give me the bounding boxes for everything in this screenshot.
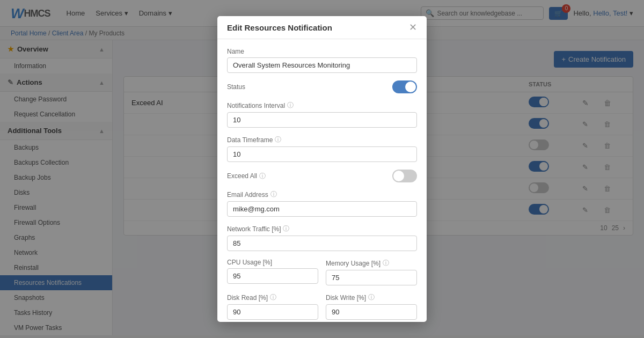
data-timeframe-input[interactable] — [227, 146, 417, 162]
form-group-name: Name — [227, 48, 417, 73]
help-icon-disk-read[interactable]: ⓘ — [270, 293, 276, 302]
email-label: Email Address ⓘ — [227, 190, 417, 199]
network-traffic-input[interactable] — [227, 236, 417, 251]
memory-input[interactable] — [326, 270, 417, 285]
notifications-interval-label: Notifications Interval ⓘ — [227, 101, 417, 110]
form-group-data-timeframe: Data Timeframe ⓘ — [227, 135, 417, 162]
disk-read-label: Disk Read [%] ⓘ — [227, 293, 318, 302]
modal-body: Name Status Notifications Interval ⓘ — [217, 39, 427, 322]
help-icon-disk-write[interactable]: ⓘ — [368, 293, 375, 302]
modal: Edit Resources Notification ✕ Name Statu… — [217, 16, 427, 322]
network-traffic-label: Network Traffic [%] ⓘ — [227, 224, 417, 233]
form-row-cpu-memory: CPU Usage [%] Memory Usage [%] ⓘ — [227, 259, 417, 285]
help-icon-interval[interactable]: ⓘ — [287, 101, 294, 110]
form-group-disk-read: Disk Read [%] ⓘ — [227, 293, 318, 320]
help-icon-memory[interactable]: ⓘ — [383, 259, 389, 268]
modal-overlay[interactable]: Edit Resources Notification ✕ Name Statu… — [0, 0, 644, 338]
status-label: Status — [227, 83, 245, 91]
name-input[interactable] — [227, 57, 417, 73]
help-icon-exceed[interactable]: ⓘ — [259, 172, 266, 181]
modal-header: Edit Resources Notification ✕ — [217, 16, 427, 39]
form-group-status: Status — [227, 80, 417, 93]
form-group-disk-write: Disk Write [%] ⓘ — [326, 293, 417, 320]
disk-write-label: Disk Write [%] ⓘ — [326, 293, 417, 302]
notifications-interval-input[interactable] — [227, 112, 417, 128]
cpu-label: CPU Usage [%] — [227, 259, 318, 266]
status-toggle[interactable] — [392, 80, 417, 93]
form-group-email: Email Address ⓘ — [227, 190, 417, 217]
modal-close-icon[interactable]: ✕ — [409, 23, 417, 32]
disk-read-input[interactable] — [227, 304, 318, 320]
help-icon-timeframe[interactable]: ⓘ — [275, 135, 281, 144]
modal-title: Edit Resources Notification — [227, 23, 332, 32]
form-group-network-traffic: Network Traffic [%] ⓘ — [227, 224, 417, 251]
data-timeframe-label: Data Timeframe ⓘ — [227, 135, 417, 144]
exceed-all-label: Exceed All ⓘ — [227, 172, 266, 181]
memory-label: Memory Usage [%] ⓘ — [326, 259, 417, 268]
name-label: Name — [227, 48, 417, 55]
form-row-disk: Disk Read [%] ⓘ Disk Write [%] ⓘ — [227, 293, 417, 320]
form-group-exceed-all: Exceed All ⓘ — [227, 170, 417, 182]
help-icon-email[interactable]: ⓘ — [270, 190, 277, 199]
exceed-all-toggle[interactable] — [392, 170, 417, 182]
disk-write-input[interactable] — [326, 304, 417, 320]
form-group-cpu: CPU Usage [%] — [227, 259, 318, 285]
form-group-memory: Memory Usage [%] ⓘ — [326, 259, 417, 285]
help-icon-network[interactable]: ⓘ — [283, 224, 289, 233]
form-group-notifications-interval: Notifications Interval ⓘ — [227, 101, 417, 128]
email-input[interactable] — [227, 201, 417, 217]
cpu-input[interactable] — [227, 268, 318, 284]
